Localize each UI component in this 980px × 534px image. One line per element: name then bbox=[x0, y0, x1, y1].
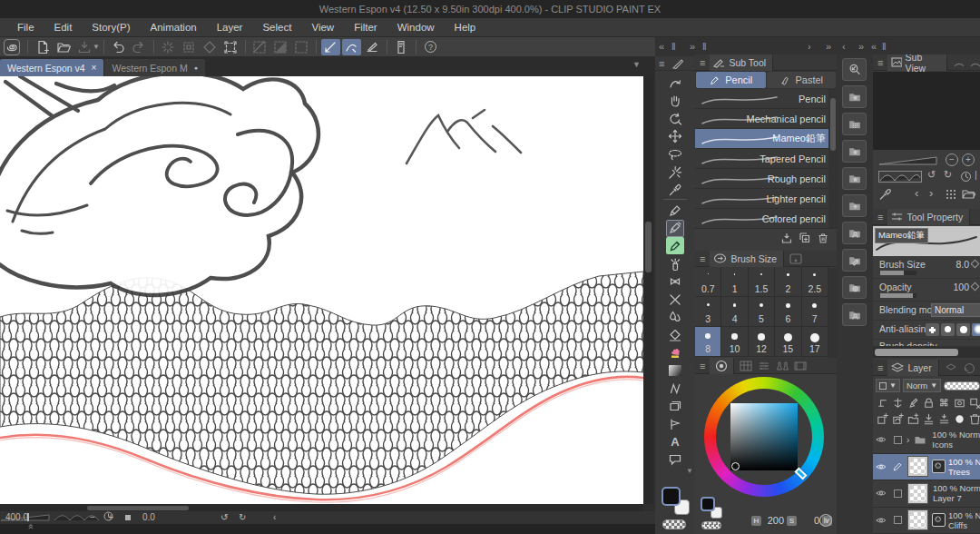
tool-text[interactable]: A bbox=[666, 433, 684, 450]
expander-icon[interactable]: › bbox=[906, 435, 909, 445]
material-folder-star-button[interactable] bbox=[842, 140, 867, 163]
sub-tool-item[interactable]: Colored pencil bbox=[695, 209, 837, 228]
tool-operation[interactable] bbox=[666, 74, 684, 92]
navigator-tab-icon[interactable] bbox=[953, 57, 964, 68]
polygon-button[interactable] bbox=[201, 39, 220, 55]
tool-lasso[interactable] bbox=[666, 145, 684, 163]
layer-thumbnail-cell[interactable] bbox=[906, 510, 930, 529]
snap-curve-button[interactable] bbox=[342, 39, 361, 55]
opacity-slider[interactable] bbox=[880, 293, 916, 298]
menu-view[interactable]: View bbox=[301, 18, 344, 37]
menu-help[interactable]: Help bbox=[445, 18, 486, 37]
brush-size-0.7[interactable]: 0.7 bbox=[695, 267, 721, 297]
opacity-value[interactable]: 100 bbox=[953, 282, 969, 292]
menu-storyp[interactable]: Story(P) bbox=[82, 18, 140, 37]
undo-button[interactable] bbox=[109, 39, 128, 55]
canvas-horizontal-scrollbar[interactable] bbox=[0, 504, 643, 511]
tool-airbrush[interactable] bbox=[666, 255, 684, 272]
brush-size-slider[interactable] bbox=[880, 271, 916, 275]
layer-visibility-toggle[interactable] bbox=[873, 487, 889, 499]
dock-collapse-icon[interactable]: » bbox=[858, 37, 864, 56]
tool-property-scrollbar[interactable] bbox=[873, 347, 980, 358]
brush-size-scrollbar[interactable] bbox=[828, 268, 837, 358]
status-collapse-icon[interactable]: ‹ bbox=[273, 512, 276, 522]
blending-mode-select[interactable]: Normal bbox=[931, 303, 980, 317]
layer-folder-cell[interactable]: › bbox=[906, 432, 929, 447]
panel-foreground-swatch[interactable] bbox=[701, 497, 715, 511]
sub-tool-item[interactable]: Lighter pencil bbox=[695, 189, 837, 209]
layer-draft-button[interactable] bbox=[906, 396, 920, 410]
layer-checkbox[interactable] bbox=[889, 490, 906, 498]
brush-size-7[interactable]: 7 bbox=[802, 297, 828, 327]
merge-down-button[interactable] bbox=[937, 412, 951, 426]
hsv-s-value[interactable]: 0 bbox=[799, 515, 819, 526]
layer-mask-button[interactable] bbox=[953, 396, 966, 410]
sub-tool-group-tab-pastel[interactable]: Pastel bbox=[767, 72, 837, 88]
dock-collapse-icon[interactable]: « bbox=[871, 37, 877, 56]
mask-circle-button[interactable] bbox=[953, 412, 966, 426]
anti-alias-weak-button[interactable] bbox=[941, 323, 955, 336]
brush-size-8[interactable]: 8 bbox=[695, 327, 721, 357]
tool-pen[interactable] bbox=[666, 202, 684, 219]
tool-move[interactable] bbox=[666, 128, 684, 145]
material-folder-person-button[interactable] bbox=[842, 303, 867, 326]
layer-checkbox[interactable] bbox=[889, 516, 906, 524]
anti-alias-strong-button[interactable] bbox=[972, 323, 980, 336]
brush-size-15[interactable]: 15 bbox=[775, 327, 801, 357]
layer-lock-button[interactable] bbox=[922, 396, 936, 410]
tool-inking-pen[interactable] bbox=[666, 220, 684, 237]
document-tab[interactable]: Western Espon v4× bbox=[0, 59, 103, 76]
saturation-value-square[interactable] bbox=[730, 403, 798, 470]
tool-rotate[interactable] bbox=[666, 110, 684, 127]
sub-tool-item[interactable]: Mameo鉛筆 bbox=[695, 129, 837, 149]
tool-eyedropper[interactable] bbox=[666, 182, 684, 199]
brush-size-spinner-icon[interactable] bbox=[971, 260, 980, 269]
layer-lock-alpha-button[interactable] bbox=[937, 396, 951, 410]
new-vector-layer-button[interactable] bbox=[891, 412, 905, 426]
layer-thumbnail[interactable] bbox=[908, 457, 927, 476]
vertical-scroll-thumb[interactable] bbox=[645, 222, 652, 272]
panel-transparent-swatch[interactable] bbox=[701, 521, 721, 529]
dock-collapse-icon[interactable]: » bbox=[690, 37, 695, 56]
brush-size-2.5[interactable]: 2.5 bbox=[802, 267, 828, 297]
tool-property-menu-icon[interactable]: ≡ bbox=[873, 212, 887, 222]
layer-palette-mode-dropdown[interactable]: ▼ bbox=[876, 379, 900, 392]
layer-color-off-button[interactable] bbox=[968, 396, 980, 410]
tool-decoration-color[interactable] bbox=[666, 344, 684, 361]
layer-checkbox[interactable] bbox=[889, 436, 906, 444]
sub-view-open-icon[interactable] bbox=[962, 188, 975, 200]
fit-to-screen-button[interactable] bbox=[125, 515, 131, 520]
sub-tool-item[interactable]: Pencil bbox=[695, 89, 837, 109]
sub-view-prev-icon[interactable]: ‹ bbox=[915, 186, 918, 200]
new-layer-button[interactable] bbox=[876, 412, 889, 426]
layer-title-tab[interactable]: Layer bbox=[887, 360, 938, 376]
tool-decoration[interactable] bbox=[666, 273, 684, 291]
tool-gradient[interactable] bbox=[666, 362, 684, 380]
brush-size-10[interactable]: 10 bbox=[721, 327, 748, 357]
sub-view-title-tab[interactable]: Sub View bbox=[887, 54, 946, 71]
tool-curve[interactable] bbox=[666, 380, 684, 397]
dock-collapse-icon[interactable]: ‹ bbox=[842, 37, 846, 56]
sub-view-zoom-out-icon[interactable]: − bbox=[946, 153, 958, 166]
layer-visibility-toggle[interactable] bbox=[873, 433, 889, 446]
color-slider-tab-icon[interactable] bbox=[758, 361, 770, 371]
tool-balloon[interactable] bbox=[666, 451, 684, 469]
sub-tool-title-tab[interactable]: Sub Tool bbox=[710, 54, 773, 71]
material-folder-star-button[interactable] bbox=[842, 85, 867, 108]
material-folder-sparkle-button[interactable] bbox=[842, 194, 867, 217]
layer-thumbnail-cell[interactable] bbox=[906, 484, 930, 503]
sub-tool-scrollbar[interactable] bbox=[828, 89, 837, 228]
zoom-out-button[interactable]: − bbox=[90, 512, 95, 522]
help-button[interactable]: ? bbox=[421, 39, 440, 55]
transparent-color-swatch[interactable] bbox=[662, 519, 686, 529]
layer-blend-mode-dropdown[interactable]: Norm▼ bbox=[903, 379, 941, 392]
sub-view-zoom-slider[interactable] bbox=[878, 154, 938, 166]
expand-timeline-icon[interactable]: » bbox=[24, 524, 35, 529]
layer-panel-menu-icon[interactable]: ≡ bbox=[873, 362, 887, 373]
snap-ruler-button[interactable] bbox=[321, 39, 340, 55]
dock-collapse-icon[interactable]: › bbox=[808, 37, 811, 56]
tool-blend[interactable] bbox=[666, 309, 684, 326]
duplicate-sub-tool-icon[interactable] bbox=[799, 232, 811, 244]
layer-opacity-slider[interactable] bbox=[944, 381, 980, 391]
dock-collapse-icon[interactable]: « bbox=[659, 37, 664, 56]
